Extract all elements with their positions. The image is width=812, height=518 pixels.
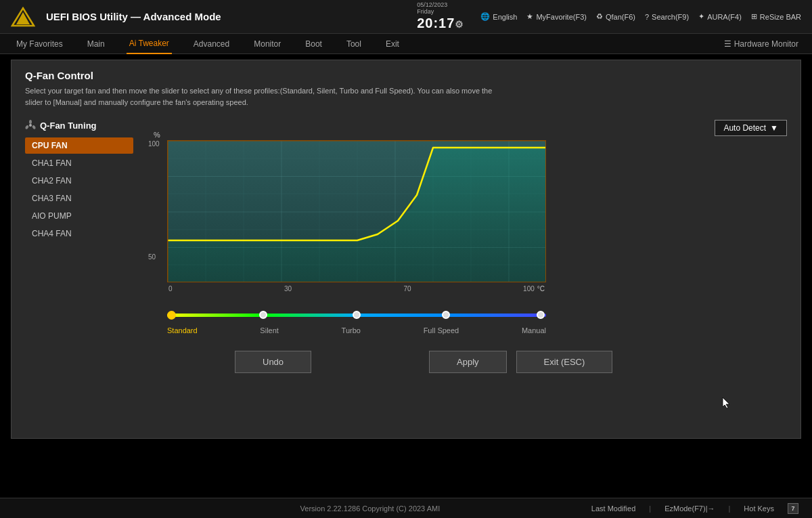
nav-main[interactable]: Main bbox=[85, 34, 108, 54]
fan-icon bbox=[25, 120, 36, 131]
search-btn[interactable]: ? Search(F9) bbox=[645, 13, 689, 21]
profile-labels: Standard Silent Turbo Full Speed Manual bbox=[167, 326, 546, 334]
fan-list: CPU FAN CHA1 FAN CHA2 FAN CHA3 FAN AIO P… bbox=[25, 137, 133, 242]
nav-tool[interactable]: Tool bbox=[344, 34, 364, 54]
nav-ai-tweaker[interactable]: Ai Tweaker bbox=[127, 34, 172, 54]
footer-version: Version 2.22.1286 Copyright (C) 2023 AMI bbox=[149, 504, 591, 513]
fan-item-cpu[interactable]: CPU FAN bbox=[25, 137, 133, 154]
x-label-30: 30 bbox=[284, 285, 292, 293]
fan-item-cha2[interactable]: CHA2 FAN bbox=[25, 173, 133, 189]
svg-marker-1 bbox=[16, 12, 30, 24]
hardware-monitor-link[interactable]: ☰ Hardware Monitor bbox=[724, 39, 798, 49]
hot-keys-num: 7 bbox=[788, 503, 798, 514]
nav-monitor[interactable]: Monitor bbox=[251, 34, 284, 54]
asus-logo-icon bbox=[11, 7, 35, 27]
dropdown-arrow-icon: ▼ bbox=[770, 123, 778, 133]
undo-button[interactable]: Undo bbox=[235, 351, 311, 373]
footer-right: Last Modified | EzMode(F7)|→ | Hot Keys … bbox=[591, 503, 798, 514]
panel-title: Q-Fan Control bbox=[25, 70, 787, 81]
bios-title: UEFI BIOS Utility — Advanced Mode bbox=[46, 11, 406, 22]
last-modified-label: Last Modified bbox=[591, 504, 635, 513]
svg-point-4 bbox=[25, 125, 29, 129]
chart-wrapper: 100 50 % bbox=[167, 140, 780, 373]
svg-point-2 bbox=[29, 124, 32, 127]
fan-item-aio[interactable]: AIO PUMP bbox=[25, 208, 133, 224]
fan-item-cha4[interactable]: CHA4 FAN bbox=[25, 225, 133, 242]
hot-keys-label: Hot Keys bbox=[744, 504, 774, 513]
profile-label-standard: Standard bbox=[167, 326, 198, 334]
aura-btn[interactable]: ✦ AURA(F4) bbox=[698, 12, 742, 21]
x-label-70: 70 bbox=[404, 285, 411, 293]
qfan-section: Q-Fan Tuning CPU FAN CHA1 FAN CHA2 FAN C… bbox=[25, 120, 787, 373]
x-label-100: 100 °C bbox=[523, 285, 545, 293]
chart-y-max: 100 bbox=[148, 140, 160, 148]
nav-boot[interactable]: Boot bbox=[302, 34, 325, 54]
speed-profile-slider: Standard Silent Turbo Full Speed Manual bbox=[167, 309, 780, 334]
profile-dot-manual[interactable] bbox=[537, 311, 545, 319]
profile-dot-turbo[interactable] bbox=[353, 311, 361, 319]
svg-point-5 bbox=[32, 125, 36, 129]
fan-curve-chart[interactable] bbox=[167, 140, 546, 282]
qfan-btn[interactable]: ♻ Qfan(F6) bbox=[596, 12, 635, 21]
x-label-0: 0 bbox=[168, 285, 173, 293]
button-row: Undo Apply Exit (ESC) bbox=[235, 351, 780, 373]
nav-advanced[interactable]: Advanced bbox=[191, 34, 232, 54]
chart-x-labels: 0 30 70 100 °C bbox=[167, 285, 546, 293]
profile-dot-silent[interactable] bbox=[259, 311, 267, 319]
profile-label-manual: Manual bbox=[522, 326, 546, 334]
nav-my-favorites[interactable]: My Favorites bbox=[14, 34, 66, 54]
chart-y-label: % bbox=[154, 131, 160, 139]
panel-description: Select your target fan and then move the… bbox=[25, 85, 499, 108]
myfavorite-btn[interactable]: ★ MyFavorite(F3) bbox=[526, 12, 587, 21]
qfan-tuning-label: Q-Fan Tuning bbox=[25, 120, 133, 131]
chart-area: Auto Detect ▼ 100 50 % bbox=[147, 120, 787, 373]
top-bar: UEFI BIOS Utility — Advanced Mode 05/12/… bbox=[0, 0, 812, 34]
profile-label-silent: Silent bbox=[260, 326, 279, 334]
auto-detect-button[interactable]: Auto Detect ▼ bbox=[715, 120, 787, 136]
profile-dot-standard[interactable] bbox=[167, 311, 176, 320]
chart-y-mid: 50 bbox=[148, 253, 156, 261]
exit-button[interactable]: Exit (ESC) bbox=[516, 351, 613, 373]
time-display: 20:17⚙ bbox=[417, 16, 464, 31]
profile-label-turbo: Turbo bbox=[342, 326, 361, 334]
svg-point-3 bbox=[29, 120, 32, 124]
language-selector[interactable]: 🌐 English bbox=[480, 12, 517, 21]
ez-mode-btn[interactable]: EzMode(F7)|→ bbox=[664, 504, 715, 513]
fan-item-cha3[interactable]: CHA3 FAN bbox=[25, 190, 133, 207]
profile-dot-fullspeed[interactable] bbox=[442, 311, 450, 319]
top-icons: 🌐 English ★ MyFavorite(F3) ♻ Qfan(F6) ? … bbox=[480, 12, 801, 21]
resize-bar-btn[interactable]: ⊞ ReSize BAR bbox=[751, 12, 801, 21]
profile-label-fullspeed: Full Speed bbox=[424, 326, 459, 334]
main-content: Q-Fan Control Select your target fan and… bbox=[11, 60, 801, 439]
apply-button[interactable]: Apply bbox=[429, 351, 507, 373]
fan-item-cha1[interactable]: CHA1 FAN bbox=[25, 155, 133, 171]
nav-exit[interactable]: Exit bbox=[383, 34, 402, 54]
qfan-left-panel: Q-Fan Tuning CPU FAN CHA1 FAN CHA2 FAN C… bbox=[25, 120, 133, 373]
footer: Version 2.22.1286 Copyright (C) 2023 AMI… bbox=[0, 498, 812, 518]
datetime: 05/12/2023Friday 20:17⚙ bbox=[417, 2, 464, 31]
nav-bar: My Favorites Main Ai Tweaker Advanced Mo… bbox=[0, 34, 812, 54]
date-day: 05/12/2023Friday bbox=[417, 2, 447, 16]
